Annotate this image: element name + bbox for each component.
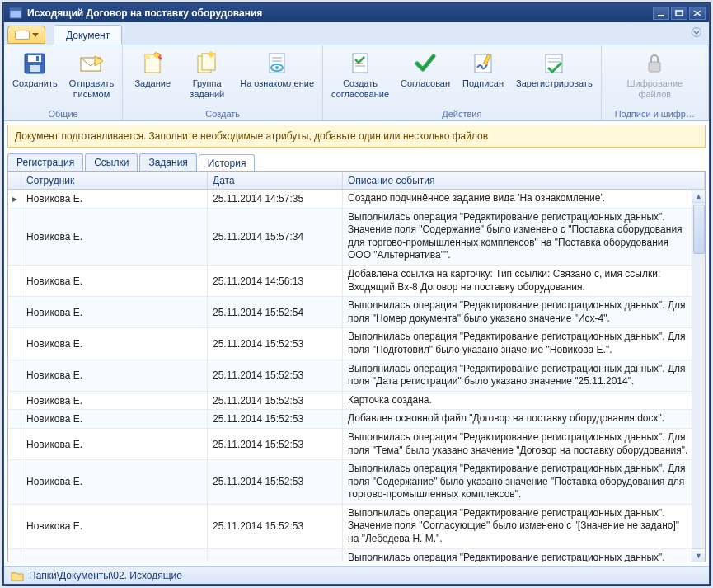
table-row[interactable]: Новикова Е.25.11.2014 15:57:34Выполнилас… (8, 209, 705, 266)
cell-employee: Новикова Е. (21, 392, 208, 410)
encrypt-files-label: Шифрование файлов (626, 78, 683, 99)
cell-date: 25.11.2014 15:52:53 (208, 360, 343, 391)
ribbon-group-crypto: Шифрование файлов Подписи и шифр… (602, 45, 709, 120)
grid-header-date[interactable]: Дата (208, 172, 343, 189)
create-approval-label: Создать согласование (331, 78, 389, 99)
save-label: Сохранить (12, 78, 58, 89)
row-marker: ▸ (8, 190, 21, 208)
tab-links-label: Ссылки (94, 157, 129, 168)
cell-date: 25.11.2014 15:52:53 (208, 328, 343, 359)
grid-header-description-label: Описание события (348, 175, 435, 186)
cell-description: Выполнилась операция "Редактирование рег… (343, 360, 705, 391)
cell-employee: Новикова Е. (21, 429, 208, 459)
ribbon-group-common: Сохранить Отправить письмом Общие (4, 45, 123, 120)
save-button[interactable]: Сохранить (9, 49, 61, 91)
ribbon-tabstrip: Документ (4, 22, 709, 45)
tab-links[interactable]: Ссылки (85, 153, 138, 171)
app-menu-button[interactable] (7, 26, 45, 44)
cell-employee: Новикова Е. (21, 460, 208, 504)
ribbon-group-common-title: Общие (9, 108, 117, 119)
svg-point-21 (275, 66, 279, 69)
row-marker (8, 209, 21, 265)
row-marker (8, 392, 21, 410)
close-button[interactable] (689, 7, 706, 20)
scroll-up-button[interactable]: ▲ (692, 190, 705, 203)
cell-date: 25.11.2014 15:57:34 (208, 209, 343, 265)
ribbon-group-create-title: Создать (128, 108, 317, 119)
signature-icon (470, 50, 496, 77)
cell-description: Создано подчинённое задание вида 'На озн… (343, 190, 705, 208)
table-row[interactable]: Новикова Е.25.11.2014 14:56:13Добавлена … (8, 266, 705, 297)
vertical-scrollbar[interactable]: ▲ ▼ (692, 190, 705, 562)
grid-header-employee[interactable]: Сотрудник (21, 172, 208, 189)
minimize-button[interactable] (653, 7, 669, 20)
cell-date: 25.11.2014 15:52:54 (208, 297, 343, 327)
grid-body[interactable]: ▸Новикова Е.25.11.2014 14:57:35Создано п… (8, 190, 705, 562)
svg-rect-9 (30, 65, 40, 72)
tab-document[interactable]: Документ (54, 25, 122, 45)
cell-description: Выполнилась операция "Редактирование рег… (343, 549, 705, 562)
task-button[interactable]: Задание (128, 49, 177, 91)
task-icon (139, 50, 166, 77)
table-row[interactable]: Новикова Е.25.11.2014 15:52:53Добавлен о… (8, 410, 705, 429)
send-letter-button[interactable]: Отправить письмом (66, 49, 118, 101)
approval-document-icon (347, 50, 373, 77)
approved-button[interactable]: Согласован (397, 49, 453, 91)
table-row[interactable]: Новикова Е.25.11.2014 15:52:53Выполнилас… (8, 549, 705, 562)
titlebar: Исходящий Договор на поставку оборудован… (4, 4, 709, 22)
table-row[interactable]: Новикова Е.25.11.2014 15:52:53Выполнилас… (8, 360, 705, 392)
statusbar: Папки\Документы\02. Исходящие (4, 566, 709, 584)
cell-date: 25.11.2014 15:52:53 (208, 410, 343, 428)
cell-description: Выполнилась операция "Редактирование рег… (343, 429, 705, 459)
ribbon-group-actions-title: Действия (328, 108, 596, 119)
signed-button[interactable]: Подписан (458, 49, 508, 91)
grid-header-date-label: Дата (213, 175, 235, 186)
tab-tasks[interactable]: Задания (139, 153, 196, 171)
card-tabs: Регистрация Ссылки Задания История (4, 151, 709, 171)
cell-description: Выполнилась операция "Редактирование рег… (343, 297, 705, 327)
cell-description: Выполнилась операция "Редактирование рег… (343, 328, 705, 359)
scroll-down-button[interactable]: ▼ (692, 548, 705, 562)
maximize-button[interactable] (671, 7, 687, 20)
grid-header-employee-label: Сотрудник (26, 175, 74, 186)
row-marker (8, 360, 21, 391)
svg-rect-10 (36, 56, 39, 61)
table-row[interactable]: Новикова Е.25.11.2014 15:52:53Выполнилас… (8, 460, 705, 505)
encrypt-files-button[interactable]: Шифрование файлов (623, 49, 686, 101)
save-icon (21, 50, 48, 77)
grid-header-description[interactable]: Описание события (343, 172, 705, 189)
svg-rect-3 (676, 11, 683, 16)
statusbar-path: Папки\Документы\02. Исходящие (29, 570, 182, 581)
register-button[interactable]: Зарегистрировать (513, 49, 596, 91)
approved-label: Согласован (401, 78, 450, 89)
cell-date: 25.11.2014 15:52:53 (208, 460, 343, 504)
cell-date: 25.11.2014 15:52:53 (208, 429, 343, 459)
info-banner: Документ подготавливается. Заполните нео… (7, 125, 706, 148)
cell-description: Выполнилась операция "Редактирование рег… (343, 209, 705, 265)
review-icon (264, 50, 290, 77)
app-menu-icon (15, 31, 30, 40)
table-row[interactable]: Новикова Е.25.11.2014 15:52:53Карточка с… (8, 392, 705, 411)
window-title: Исходящий Договор на поставку оборудован… (27, 7, 653, 19)
ribbon-group-actions: Создать согласование Согласован Подписан (323, 45, 602, 120)
tab-registration[interactable]: Регистрация (7, 153, 83, 171)
cell-date: 25.11.2014 14:56:13 (208, 266, 343, 296)
cell-description: Добавлена ссылка на карточку: Тип ссылки… (343, 266, 705, 296)
tab-registration-label: Регистрация (16, 157, 74, 168)
row-marker (8, 460, 21, 504)
grid-header-marker[interactable] (8, 172, 21, 189)
scroll-thumb[interactable] (693, 205, 705, 254)
review-button[interactable]: На ознакомление (237, 49, 317, 91)
task-group-button[interactable]: Группа заданий (182, 49, 232, 101)
signed-label: Подписан (462, 78, 504, 89)
table-row[interactable]: Новикова Е.25.11.2014 15:52:53Выполнилас… (8, 328, 705, 360)
send-letter-label: Отправить письмом (69, 78, 115, 99)
table-row[interactable]: ▸Новикова Е.25.11.2014 14:57:35Создано п… (8, 190, 705, 209)
table-row[interactable]: Новикова Е.25.11.2014 15:52:53Выполнилас… (8, 505, 705, 549)
create-approval-button[interactable]: Создать согласование (328, 49, 392, 101)
table-row[interactable]: Новикова Е.25.11.2014 15:52:53Выполнилас… (8, 429, 705, 460)
tab-tasks-label: Задания (148, 157, 187, 168)
table-row[interactable]: Новикова Е.25.11.2014 15:52:54Выполнилас… (8, 297, 705, 328)
tab-history[interactable]: История (199, 154, 256, 172)
ribbon-collapse-button[interactable] (691, 27, 702, 40)
